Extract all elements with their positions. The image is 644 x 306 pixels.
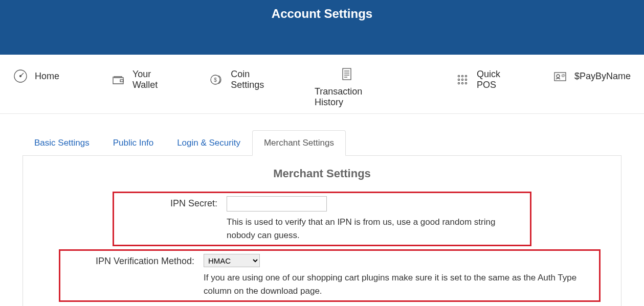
settings-tabs: Basic Settings Public Info Login & Secur… xyxy=(23,130,621,156)
gauge-icon xyxy=(13,69,28,83)
nav-label: Coin Settings xyxy=(231,69,271,90)
nav-transaction-history[interactable]: Transaction History xyxy=(305,55,388,122)
nav-wallet[interactable]: Your Wallet xyxy=(102,55,175,105)
nav-label: Home xyxy=(35,71,59,82)
ipn-secret-label: IPN Secret: xyxy=(119,196,227,209)
nav-coin-settings[interactable]: $ Coin Settings xyxy=(200,55,280,105)
svg-point-11 xyxy=(458,75,459,77)
svg-rect-6 xyxy=(343,68,351,80)
svg-rect-3 xyxy=(120,80,123,82)
nav-quick-pos[interactable]: Quick POS xyxy=(446,55,519,105)
tab-basic-settings[interactable]: Basic Settings xyxy=(23,130,101,156)
svg-point-13 xyxy=(465,75,467,77)
svg-point-16 xyxy=(465,79,467,80)
ipn-secret-help: This is used to verify that an IPN is fr… xyxy=(227,216,525,242)
svg-point-17 xyxy=(458,82,459,84)
coins-icon: $ xyxy=(209,73,224,87)
svg-point-2 xyxy=(20,76,21,77)
ipn-method-help: If you are using one of our shopping car… xyxy=(204,271,594,297)
nav-label: Transaction History xyxy=(315,86,379,108)
wallet-icon xyxy=(111,73,125,87)
nav-label: Quick POS xyxy=(477,69,509,90)
page-title: Account Settings xyxy=(272,7,372,21)
tab-public-info[interactable]: Public Info xyxy=(101,130,165,156)
id-card-icon: @ xyxy=(553,69,567,83)
nav-home[interactable]: Home xyxy=(4,55,69,98)
svg-text:@: @ xyxy=(561,73,565,78)
nav-label: $PayByName xyxy=(574,71,631,82)
document-icon xyxy=(340,67,354,81)
grid-icon xyxy=(455,73,470,87)
nav-paybyname[interactable]: @ $PayByName xyxy=(544,55,640,98)
panel-title: Merchant Settings xyxy=(33,167,611,180)
svg-point-18 xyxy=(461,82,463,84)
svg-text:$: $ xyxy=(214,77,217,83)
ipn-method-label: IPN Verification Method: xyxy=(65,254,204,267)
ipn-method-row: IPN Verification Method: HMAC If you are… xyxy=(59,249,601,302)
svg-point-15 xyxy=(461,79,463,80)
svg-point-12 xyxy=(461,75,463,77)
page-header: Account Settings xyxy=(0,0,644,55)
nav-label: Your Wallet xyxy=(132,69,166,90)
ipn-secret-input[interactable] xyxy=(227,196,327,211)
tab-merchant-settings[interactable]: Merchant Settings xyxy=(252,130,346,156)
merchant-settings-panel: Merchant Settings IPN Secret: This is us… xyxy=(23,156,621,306)
tab-login-security[interactable]: Login & Security xyxy=(165,130,252,156)
svg-point-14 xyxy=(458,79,459,80)
ipn-secret-row: IPN Secret: This is used to verify that … xyxy=(113,192,531,246)
svg-point-21 xyxy=(557,75,560,78)
content-area: Basic Settings Public Info Login & Secur… xyxy=(0,130,644,306)
main-nav: Home Your Wallet $ Coin Settings Transac… xyxy=(0,55,644,114)
ipn-method-select[interactable]: HMAC xyxy=(204,254,260,267)
svg-point-19 xyxy=(465,82,467,84)
